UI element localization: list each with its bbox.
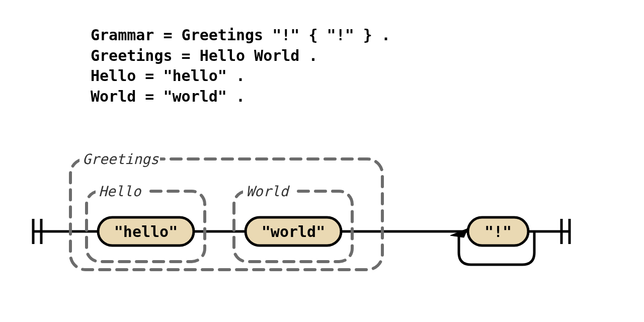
node-bang-token-label: "!": [485, 223, 512, 240]
railroad-diagram: Greetings Hello World "hello" "world" "!…: [0, 0, 644, 322]
node-bang-token: "!": [468, 217, 528, 246]
node-world-token-label: "world": [262, 223, 325, 240]
node-hello-token: "hello": [98, 217, 194, 246]
group-world-label: World: [246, 183, 290, 200]
group-greetings: Greetings: [70, 150, 382, 270]
group-greetings-label: Greetings: [83, 151, 159, 168]
group-hello-label: Hello: [99, 183, 141, 200]
svg-marker-13: [450, 228, 468, 237]
node-world-token: "world": [246, 217, 341, 246]
figure-root: Grammar = Greetings "!" { "!" } . Greeti…: [0, 0, 644, 322]
svg-rect-4: [70, 159, 382, 270]
node-hello-token-label: "hello": [114, 223, 178, 240]
